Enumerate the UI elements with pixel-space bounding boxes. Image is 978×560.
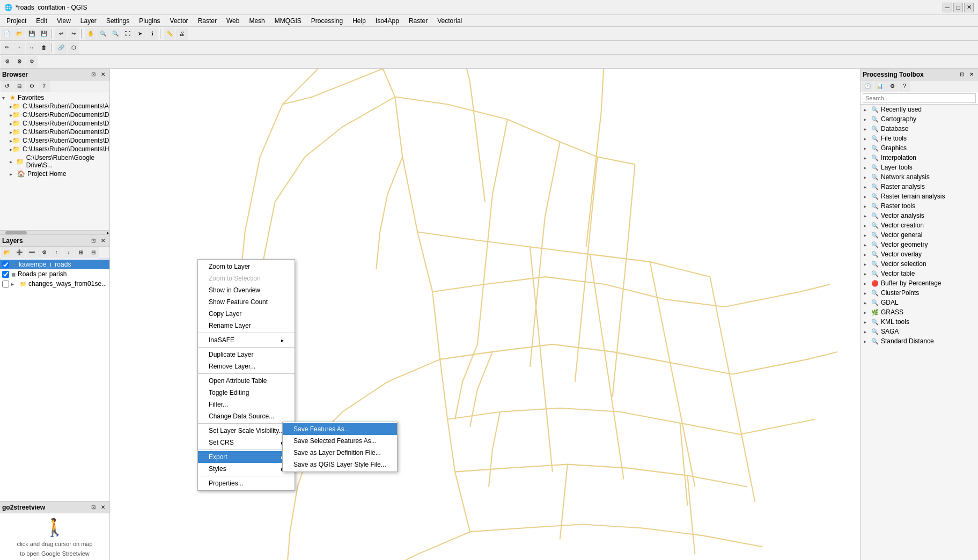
streetview-close-btn[interactable]: ✕ [99,503,107,512]
layers-open-btn[interactable]: 📂 [1,247,13,259]
ctx-rename-layer[interactable]: Rename Layer [198,320,295,331]
close-button[interactable]: ✕ [964,3,974,12]
pan-btn[interactable]: ✋ [85,28,97,40]
maximize-button[interactable]: □ [953,3,963,12]
proc-history-btn[interactable]: 🕐 [862,80,873,92]
processing-close-btn[interactable]: ✕ [967,70,976,79]
layers-add-btn[interactable]: ➕ [13,247,25,259]
proc-vector-table[interactable]: ▸ 🔍 Vector table [861,269,978,278]
digitize-btn[interactable]: ✏ [1,42,13,54]
layers-close-btn[interactable]: ✕ [99,237,107,245]
open-btn[interactable]: 📂 [13,28,25,40]
browser-item-project-home[interactable]: ▸ 🏠 Project Home [0,170,109,178]
layer-roads-parish-checkbox[interactable] [2,271,9,278]
browser-scrollbar[interactable]: ▸ [0,230,109,234]
proc-results-btn[interactable]: 📊 [874,80,886,92]
layer-changes-checkbox[interactable] [2,281,9,288]
processing-search-input[interactable] [863,93,976,103]
undo-btn[interactable]: ↩ [55,28,67,40]
proc-vector-geometry[interactable]: ▸ 🔍 Vector geometry [861,240,978,249]
browser-item-6[interactable]: ▸ 📁 C:\Users\Ruben\Google Drive\S... [0,153,109,170]
browser-favorites[interactable]: ▾ ★ Favorites [0,93,109,102]
menu-item-mesh[interactable]: Mesh [245,16,269,26]
save-as-btn[interactable]: 💾 [38,28,50,40]
browser-float-btn[interactable]: ⊡ [89,70,98,79]
proc-help-btn[interactable]: ? [899,80,910,92]
ctx-change-datasource[interactable]: Change Data Source... [198,410,295,422]
browser-item-3[interactable]: ▸ 📁 C:\Users\Ruben\Documents\Da... [0,128,109,136]
layer-changes[interactable]: ▸ 📁 changes_ways_from01se... [0,279,109,289]
redo-btn[interactable]: ↪ [68,28,79,40]
node-btn[interactable]: ◦ [13,42,25,54]
menu-item-raster[interactable]: Raster [405,16,432,26]
export-save-selected[interactable]: Save Selected Features As... [283,435,397,447]
proc-file-tools[interactable]: ▸ 🔍 File tools [861,134,978,143]
browser-item-0[interactable]: ▸ 📁 C:\Users\Ruben\Documents\AF... [0,102,109,110]
layers-filter-btn[interactable]: ⚙ [38,247,50,259]
titlebar-controls[interactable]: ─ □ ✕ [943,3,974,12]
proc-vector-analysis[interactable]: ▸ 🔍 Vector analysis [861,211,978,220]
measure-btn[interactable]: 📏 [164,28,175,40]
proc-standard-distance[interactable]: ▸ 🔍 Standard Distance [861,336,978,346]
proc-network-analysis[interactable]: ▸ 🔍 Network analysis [861,172,978,182]
export-save-features[interactable]: Save Features As... [283,423,397,435]
ctx-feature-count[interactable]: Show Feature Count [198,296,295,308]
plugin-btn3[interactable]: ⚙ [26,56,38,68]
browser-panel-controls[interactable]: ⊡ ✕ [89,70,107,79]
proc-vector-overlay[interactable]: ▸ 🔍 Vector overlay [861,249,978,259]
ctx-remove-layer[interactable]: Remove Layer... [198,360,295,372]
layers-remove-btn[interactable]: ➖ [26,247,38,259]
proc-vector-general[interactable]: ▸ 🔍 Vector general [861,230,978,240]
proc-grass[interactable]: ▸ 🌿 GRASS [861,307,978,317]
browser-refresh-btn[interactable]: ↺ [1,80,13,92]
zoom-in-btn[interactable]: 🔍 [97,28,109,40]
ctx-set-crs[interactable]: Set CRS ▸ [198,437,295,448]
proc-buffer-pct[interactable]: ▸ 🔴 Buffer by Percentage [861,278,978,288]
menu-item-iso-app[interactable]: Iso4App [371,16,403,26]
proc-cartography[interactable]: ▸ 🔍 Cartography [861,114,978,124]
menu-item-mmqgis[interactable]: MMQGIS [270,16,306,26]
streetview-panel-controls[interactable]: ⊡ ✕ [89,503,107,512]
ctx-copy-layer[interactable]: Copy Layer [198,308,295,320]
layers-panel-controls[interactable]: ⊡ ✕ [89,237,107,245]
browser-filter-btn[interactable]: ⚙ [26,80,38,92]
menu-item-settings[interactable]: Settings [102,16,134,26]
browser-close-btn[interactable]: ✕ [99,70,107,79]
menu-item-plugins[interactable]: Plugins [135,16,164,26]
browser-item-2[interactable]: ▸ 📁 C:\Users\Ruben\Documents\Da... [0,119,109,128]
proc-gdal[interactable]: ▸ 🔍 GDAL [861,298,978,307]
menu-item-view[interactable]: View [53,16,75,26]
ctx-inasafe[interactable]: InaSAFE ▸ [198,334,295,346]
move-btn[interactable]: ↔ [26,42,38,54]
menu-item-web[interactable]: Web [222,16,244,26]
identify-btn[interactable]: ℹ [146,28,158,40]
ctx-attribute-table[interactable]: Open Attribute Table [198,375,295,387]
proc-raster-terrain[interactable]: ▸ 🔍 Raster terrain analysis [861,191,978,201]
ctx-duplicate-layer[interactable]: Duplicate Layer [198,349,295,360]
proc-interpolation[interactable]: ▸ 🔍 Interpolation [861,153,978,163]
ctx-toggle-editing[interactable]: Toggle Editing [198,387,295,399]
processing-controls[interactable]: ⊡ ✕ [958,70,976,79]
proc-vector-selection[interactable]: ▸ 🔍 Vector selection [861,259,978,269]
streetview-float-btn[interactable]: ⊡ [89,503,98,512]
browser-item-5[interactable]: ▸ 📁 C:\Users\Ruben\Documents\H... [0,145,109,153]
topology-btn[interactable]: ⬡ [68,42,79,54]
ctx-styles[interactable]: Styles ▸ [198,463,295,475]
proc-recently-used[interactable]: ▸ 🔍 Recently used [861,105,978,114]
plugin-btn1[interactable]: ⚙ [1,56,13,68]
ctx-show-overview[interactable]: Show in Overview [198,284,295,296]
select-btn[interactable]: ➤ [134,28,146,40]
menu-item-help[interactable]: Help [348,16,370,26]
snap-btn[interactable]: 🔗 [55,42,67,54]
layers-collapse-btn[interactable]: ⊟ [87,247,99,259]
proc-cluster-points[interactable]: ▸ 🔍 ClusterPoints [861,288,978,298]
zoom-full-btn[interactable]: ⛶ [122,28,134,40]
browser-help-btn[interactable]: ? [38,80,50,92]
menu-item-processing[interactable]: Processing [307,16,347,26]
proc-raster-tools[interactable]: ▸ 🔍 Raster tools [861,201,978,211]
processing-float-btn[interactable]: ⊡ [958,70,966,79]
menu-item-raster[interactable]: Raster [194,16,221,26]
layers-float-btn[interactable]: ⊡ [89,237,98,245]
browser-item-4[interactable]: ▸ 📁 C:\Users\Ruben\Documents\Da... [0,136,109,145]
zoom-out-btn[interactable]: 🔍 [109,28,121,40]
